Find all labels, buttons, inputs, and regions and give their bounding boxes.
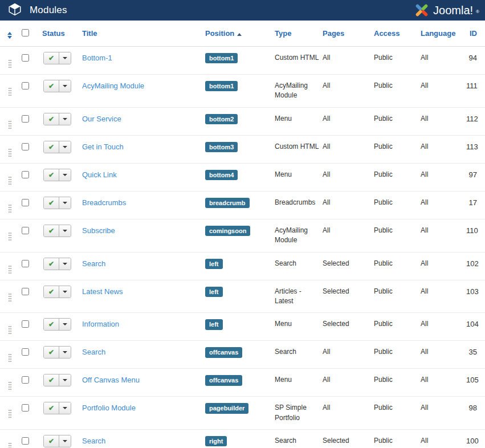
status-dropdown-button[interactable] xyxy=(59,435,71,447)
status-published-button[interactable]: ✔ xyxy=(44,80,59,92)
status-button-group: ✔ xyxy=(43,346,71,359)
select-cell xyxy=(19,397,38,430)
drag-handle-icon[interactable] xyxy=(9,177,11,185)
drag-handle-icon[interactable] xyxy=(9,149,11,157)
table-header-row: Status Title Position Type Pages Access … xyxy=(0,21,485,47)
caret-down-icon xyxy=(63,407,67,409)
module-title-link[interactable]: Search xyxy=(82,259,105,268)
row-checkbox[interactable] xyxy=(22,171,29,178)
drag-handle-icon[interactable] xyxy=(9,294,11,302)
status-published-button[interactable]: ✔ xyxy=(44,347,59,358)
column-header-access[interactable]: Access xyxy=(374,21,421,47)
select-all-checkbox[interactable] xyxy=(22,29,29,36)
status-header-link[interactable]: Status xyxy=(42,29,65,38)
column-header-position[interactable]: Position xyxy=(205,21,274,47)
drag-handle-icon[interactable] xyxy=(9,88,11,96)
status-published-button[interactable]: ✔ xyxy=(44,374,59,386)
module-id: 105 xyxy=(466,369,485,397)
ordering-sort-icon[interactable] xyxy=(7,32,12,39)
title-cell: Quick Link xyxy=(78,163,205,191)
module-title-link[interactable]: Our Service xyxy=(82,115,121,123)
module-title-link[interactable]: Get in Touch xyxy=(82,142,124,151)
drag-handle-icon[interactable] xyxy=(9,410,11,418)
module-language: All xyxy=(421,191,466,219)
drag-handle-icon[interactable] xyxy=(9,121,11,129)
module-title-link[interactable]: Subscribe xyxy=(82,226,115,235)
row-checkbox[interactable] xyxy=(22,115,29,123)
status-dropdown-button[interactable] xyxy=(59,319,71,330)
status-published-button[interactable]: ✔ xyxy=(44,113,59,125)
row-checkbox[interactable] xyxy=(22,404,29,412)
module-title-link[interactable]: Quick Link xyxy=(82,170,117,179)
position-badge: right xyxy=(205,436,227,446)
status-dropdown-button[interactable] xyxy=(59,225,71,237)
drag-handle-icon[interactable] xyxy=(9,354,11,362)
drag-handle-icon[interactable] xyxy=(9,205,11,213)
status-dropdown-button[interactable] xyxy=(59,113,71,125)
row-checkbox[interactable] xyxy=(22,143,29,150)
column-header-status[interactable]: Status xyxy=(38,21,78,47)
position-header-link[interactable]: Position xyxy=(205,29,234,38)
module-title-link[interactable]: Latest News xyxy=(82,287,123,296)
module-title-link[interactable]: Information xyxy=(82,320,119,328)
drag-handle-icon[interactable] xyxy=(9,266,11,274)
module-title-link[interactable]: Search xyxy=(82,348,105,356)
drag-handle-icon[interactable] xyxy=(9,326,11,334)
status-dropdown-button[interactable] xyxy=(59,141,71,153)
column-header-title[interactable]: Title xyxy=(78,21,205,47)
status-dropdown-button[interactable] xyxy=(59,286,71,298)
module-pages: All xyxy=(323,163,374,191)
position-cell: comingsoon xyxy=(205,219,274,252)
check-icon: ✔ xyxy=(48,116,54,123)
status-dropdown-button[interactable] xyxy=(59,258,71,270)
status-dropdown-button[interactable] xyxy=(59,52,71,64)
drag-handle-icon[interactable] xyxy=(9,60,11,68)
module-title-link[interactable]: AcyMailing Module xyxy=(82,82,144,90)
drag-handle-icon[interactable] xyxy=(9,233,11,241)
status-published-button[interactable]: ✔ xyxy=(44,197,59,209)
status-published-button[interactable]: ✔ xyxy=(44,52,59,64)
language-header-link[interactable]: Language xyxy=(421,29,455,38)
row-checkbox[interactable] xyxy=(22,288,29,295)
drag-handle-icon[interactable] xyxy=(9,443,11,448)
status-dropdown-button[interactable] xyxy=(59,197,71,209)
module-title-link[interactable]: Bottom-1 xyxy=(82,54,112,62)
status-cell: ✔ xyxy=(38,369,78,397)
status-published-button[interactable]: ✔ xyxy=(44,141,59,153)
status-dropdown-button[interactable] xyxy=(59,80,71,92)
column-header-type[interactable]: Type xyxy=(274,21,323,47)
id-header-link[interactable]: ID xyxy=(470,29,477,38)
title-header-link[interactable]: Title xyxy=(82,29,97,38)
module-title-link[interactable]: Portfolio Module xyxy=(82,404,136,412)
column-header-language[interactable]: Language xyxy=(421,21,466,47)
row-checkbox[interactable] xyxy=(22,54,29,62)
row-checkbox[interactable] xyxy=(22,82,29,89)
status-published-button[interactable]: ✔ xyxy=(44,402,59,414)
status-dropdown-button[interactable] xyxy=(59,169,71,181)
module-title-link[interactable]: Breadcrumbs xyxy=(82,198,126,207)
status-dropdown-button[interactable] xyxy=(59,402,71,414)
status-dropdown-button[interactable] xyxy=(59,347,71,358)
column-header-id[interactable]: ID xyxy=(466,21,485,47)
module-title-link[interactable]: Off Canvas Menu xyxy=(82,376,140,384)
row-checkbox[interactable] xyxy=(22,199,29,206)
status-dropdown-button[interactable] xyxy=(59,374,71,386)
row-checkbox[interactable] xyxy=(22,437,29,445)
ordering-column-header[interactable] xyxy=(0,21,19,47)
row-checkbox[interactable] xyxy=(22,260,29,267)
status-published-button[interactable]: ✔ xyxy=(44,435,59,447)
status-published-button[interactable]: ✔ xyxy=(44,319,59,330)
status-published-button[interactable]: ✔ xyxy=(44,258,59,270)
module-title-link[interactable]: Search xyxy=(82,437,105,445)
drag-handle-icon[interactable] xyxy=(9,382,11,390)
row-checkbox[interactable] xyxy=(22,376,29,384)
access-header-link[interactable]: Access xyxy=(374,29,400,38)
type-header-link[interactable]: Type xyxy=(275,29,291,38)
row-checkbox[interactable] xyxy=(22,348,29,356)
row-checkbox[interactable] xyxy=(22,227,29,234)
row-checkbox[interactable] xyxy=(22,320,29,328)
status-published-button[interactable]: ✔ xyxy=(44,225,59,237)
status-published-button[interactable]: ✔ xyxy=(44,169,59,181)
status-published-button[interactable]: ✔ xyxy=(44,286,59,298)
select-cell xyxy=(19,341,38,369)
